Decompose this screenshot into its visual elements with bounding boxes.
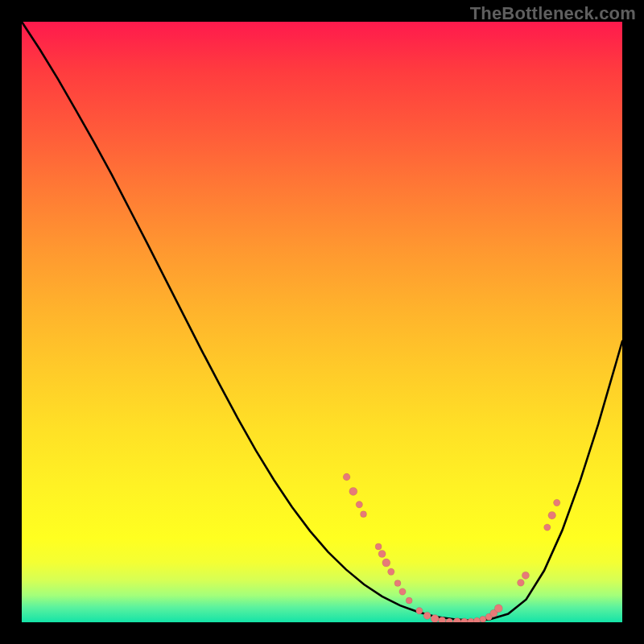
data-point: [473, 617, 480, 622]
data-point: [388, 568, 394, 575]
bottleneck-curve: [22, 22, 622, 621]
data-point: [423, 612, 431, 619]
data-point: [349, 487, 357, 495]
data-point: [416, 608, 423, 614]
data-point: [494, 605, 502, 613]
data-point: [548, 511, 556, 519]
data-point: [343, 473, 350, 481]
data-point: [356, 502, 362, 508]
data-point: [406, 597, 412, 604]
watermark-text: TheBottleneck.com: [470, 3, 636, 24]
data-point: [518, 579, 525, 586]
data-point: [439, 617, 446, 622]
data-point: [361, 511, 367, 518]
data-point: [554, 499, 560, 506]
data-point: [375, 543, 382, 550]
data-point: [399, 588, 406, 595]
data-point: [431, 615, 439, 623]
data-point: [522, 572, 529, 579]
data-point: [480, 616, 486, 622]
data-point: [394, 580, 401, 587]
chart-svg: [22, 22, 622, 622]
data-point: [544, 524, 551, 530]
data-point: [382, 559, 390, 567]
data-point: [378, 550, 386, 557]
chart-area: [22, 22, 622, 622]
data-points: [343, 473, 560, 622]
